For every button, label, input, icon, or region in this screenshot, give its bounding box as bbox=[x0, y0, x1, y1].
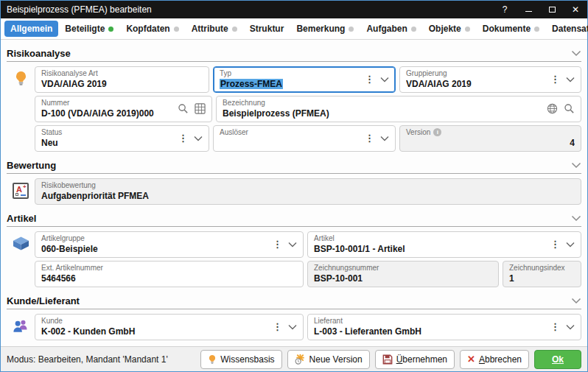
chevron-down-icon[interactable] bbox=[571, 215, 581, 222]
globe-translate-icon[interactable] bbox=[547, 103, 558, 114]
chevron-down-icon[interactable] bbox=[566, 324, 575, 330]
chevron-down-icon[interactable] bbox=[380, 77, 389, 83]
field-value: BSP-10-001/1 - Artikel bbox=[314, 243, 546, 255]
dots-menu-icon[interactable]: ⋮ bbox=[178, 133, 188, 143]
chevron-down-icon[interactable] bbox=[571, 50, 581, 57]
close-icon: ✕ bbox=[572, 4, 579, 15]
dots-menu-icon[interactable]: ⋮ bbox=[365, 74, 374, 84]
field-zeichnungsindex: Zeichnungsindex 1 bbox=[503, 261, 581, 287]
dots-menu-icon[interactable]: ⋮ bbox=[550, 322, 560, 331]
field-label: Zeichnungsindex bbox=[509, 263, 575, 273]
tab-datensatzrechte[interactable]: Datensatzrechte bbox=[546, 21, 588, 37]
field-status[interactable]: Status Neu ⋮ bbox=[35, 125, 209, 152]
field-label: Zeichnungsnummer bbox=[314, 263, 492, 273]
tab-dokumente[interactable]: Dokumente bbox=[477, 21, 545, 37]
field-typ[interactable]: Typ Prozess-FMEA ⋮ bbox=[213, 66, 396, 93]
field-ausloeser[interactable]: Auslöser ⋮ bbox=[213, 125, 396, 152]
field-value: VDA/AIAG 2019 bbox=[41, 78, 203, 90]
chevron-down-icon[interactable] bbox=[380, 136, 389, 141]
tab-label: Objekte bbox=[429, 24, 461, 34]
tab-label: Datensatzrechte bbox=[552, 24, 588, 34]
wissensbasis-button[interactable]: Wissensbasis bbox=[200, 350, 281, 369]
dots-menu-icon[interactable]: ⋮ bbox=[550, 74, 560, 84]
tab-struktur[interactable]: Struktur bbox=[244, 21, 290, 37]
ok-button[interactable]: Ok bbox=[534, 350, 581, 369]
people-icon bbox=[7, 314, 35, 340]
chevron-down-icon[interactable] bbox=[566, 77, 575, 83]
dots-menu-icon[interactable]: ⋮ bbox=[550, 239, 560, 249]
status-dot-gray bbox=[174, 27, 179, 32]
number-table-icon[interactable] bbox=[195, 103, 206, 114]
search-icon[interactable] bbox=[178, 103, 189, 114]
section-header-kunde-lieferant: Kunde/Lieferant bbox=[7, 293, 581, 308]
tab-aufgaben[interactable]: Aufgaben bbox=[360, 21, 421, 37]
tab-label: Aufgaben bbox=[366, 24, 407, 34]
tab-bemerkung[interactable]: Bemerkung bbox=[290, 21, 360, 37]
dialog-content: Risikoanalyse Risikoanalyse Art VDA/AIAG… bbox=[1, 40, 587, 346]
field-value: Beispielprozess (PFMEA) bbox=[223, 108, 542, 119]
field-risikoanalyse-art[interactable]: Risikoanalyse Art VDA/AIAG 2019 bbox=[35, 66, 209, 93]
field-value: VDA/AIAG 2019 bbox=[406, 78, 546, 90]
dialog-window: Beispielprozess (PFMEA) bearbeiten ? ✕ A… bbox=[0, 0, 588, 372]
field-value: 5464566 bbox=[41, 273, 297, 284]
maximize-button[interactable] bbox=[540, 1, 564, 18]
dots-menu-icon[interactable]: ⋮ bbox=[365, 133, 374, 143]
field-label: Typ bbox=[220, 69, 360, 78]
section-artikel: Artikelgruppe 060-Beispiele ⋮ Artikel BS… bbox=[7, 231, 581, 287]
dots-menu-icon[interactable]: ⋮ bbox=[273, 322, 282, 331]
field-kunde[interactable]: Kunde K-002 - Kunden GmbH ⋮ bbox=[35, 314, 304, 340]
tab-kopfdaten[interactable]: Kopfdaten bbox=[120, 21, 184, 37]
neue-version-button[interactable]: Neue Version bbox=[287, 350, 370, 369]
field-label: Nummer bbox=[41, 98, 173, 108]
button-label: Ok bbox=[552, 354, 564, 365]
help-button[interactable]: ? bbox=[493, 1, 517, 18]
status-dot-gray bbox=[232, 27, 237, 32]
field-value: K-002 - Kunden GmbH bbox=[41, 326, 268, 337]
chevron-down-icon[interactable] bbox=[571, 298, 581, 304]
mnemonic: Ü bbox=[396, 354, 403, 365]
tab-objekte[interactable]: Objekte bbox=[423, 21, 476, 37]
section-divider bbox=[7, 61, 581, 62]
tab-label: Struktur bbox=[250, 24, 284, 34]
chevron-down-icon[interactable] bbox=[194, 136, 203, 141]
tab-allgemein[interactable]: Allgemein bbox=[4, 21, 58, 37]
field-label: Ext. Artikelnummer bbox=[41, 263, 297, 273]
field-artikelgruppe[interactable]: Artikelgruppe 060-Beispiele ⋮ bbox=[35, 231, 304, 258]
abbrechen-button[interactable]: ✕ Abbrechen bbox=[460, 350, 529, 369]
field-lieferant[interactable]: Lieferant L-003 - Lieferanten GmbH ⋮ bbox=[307, 314, 581, 340]
chevron-down-icon[interactable] bbox=[571, 162, 581, 169]
field-nummer[interactable]: Nummer D-100 (VDA/AIAG 2019)000 bbox=[35, 96, 212, 122]
field-label: Bezeichnung bbox=[223, 98, 542, 108]
status-text: Modus: Bearbeiten, Mandant 'Mandant 1' bbox=[7, 354, 195, 365]
field-label: Artikelgruppe bbox=[41, 234, 268, 243]
tab-attribute[interactable]: Attribute bbox=[186, 21, 243, 37]
field-risikobewertung: Risikobewertung Aufgabenpriorität PFMEA bbox=[35, 178, 581, 205]
tab-beteiligte[interactable]: Beteiligte bbox=[59, 21, 119, 37]
field-value: D-100 (VDA/AIAG 2019)000 bbox=[41, 108, 173, 119]
minimize-button[interactable] bbox=[517, 1, 540, 18]
button-label: Abbrechen bbox=[479, 354, 522, 365]
status-dot-gray bbox=[411, 27, 416, 32]
uebernehmen-button[interactable]: Übernehmen bbox=[375, 350, 455, 369]
field-bezeichnung[interactable]: Bezeichnung Beispielprozess (PFMEA) bbox=[216, 96, 581, 122]
field-label: Versioni bbox=[406, 127, 575, 137]
chevron-down-icon[interactable] bbox=[566, 242, 575, 248]
field-value: 060-Beispiele bbox=[41, 243, 268, 255]
chevron-down-icon[interactable] bbox=[288, 324, 297, 330]
search-icon[interactable] bbox=[564, 103, 575, 114]
field-artikel[interactable]: Artikel BSP-10-001/1 - Artikel ⋮ bbox=[307, 231, 581, 258]
chevron-down-icon[interactable] bbox=[288, 242, 297, 248]
field-ext-artikelnummer[interactable]: Ext. Artikelnummer 5464566 bbox=[35, 261, 304, 287]
tab-label: Attribute bbox=[192, 24, 228, 34]
selected-text: Prozess-FMEA bbox=[220, 79, 283, 89]
section-title: Artikel bbox=[7, 213, 36, 224]
dots-menu-icon[interactable]: ⋮ bbox=[273, 239, 282, 249]
field-gruppierung[interactable]: Gruppierung VDA/AIAG 2019 ⋮ bbox=[399, 66, 581, 93]
tab-label: Bemerkung bbox=[296, 24, 345, 34]
section-header-risikoanalyse: Risikoanalyse bbox=[7, 46, 581, 60]
close-button[interactable]: ✕ bbox=[564, 1, 587, 18]
footer-bar: Modus: Bearbeiten, Mandant 'Mandant 1' W… bbox=[1, 346, 587, 371]
help-icon: ? bbox=[503, 4, 508, 15]
section-kunde-lieferant: Kunde K-002 - Kunden GmbH ⋮ Lieferant L-… bbox=[7, 314, 581, 340]
section-risikoanalyse: Risikoanalyse Art VDA/AIAG 2019 Typ Proz… bbox=[7, 66, 581, 152]
